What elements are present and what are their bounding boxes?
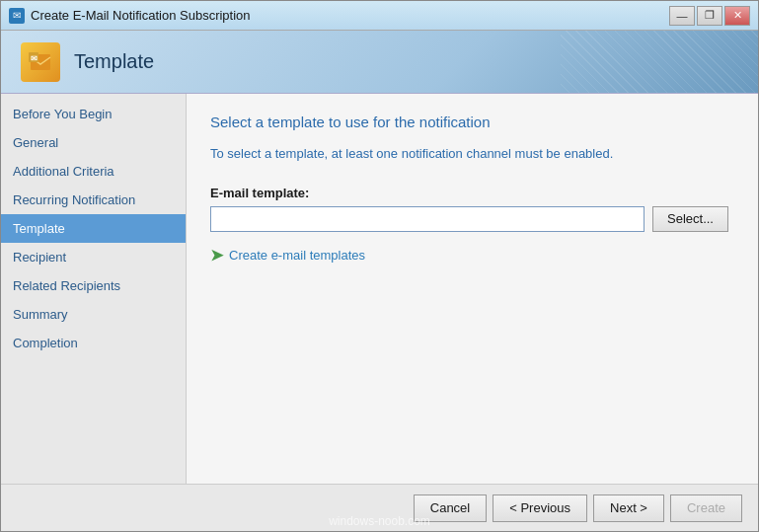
- window-title: Create E-Mail Notification Subscription: [31, 8, 251, 23]
- header-icon: ✉: [21, 42, 60, 82]
- email-template-field-row: Select...: [210, 206, 734, 232]
- sidebar-item-related-recipients[interactable]: Related Recipients: [1, 271, 186, 300]
- next-button[interactable]: Next >: [593, 494, 664, 522]
- footer: Cancel < Previous Next > Create: [1, 484, 758, 531]
- previous-button[interactable]: < Previous: [493, 494, 587, 522]
- sidebar-item-recurring-notification[interactable]: Recurring Notification: [1, 186, 186, 214]
- sidebar-item-completion[interactable]: Completion: [1, 329, 186, 357]
- close-button[interactable]: ✕: [724, 6, 750, 26]
- sidebar-item-general[interactable]: General: [1, 128, 186, 157]
- main-content: Select a template to use for the notific…: [187, 94, 758, 484]
- restore-button[interactable]: ❐: [697, 6, 722, 26]
- create-button[interactable]: Create: [670, 494, 742, 522]
- main-title: Select a template to use for the notific…: [210, 114, 734, 130]
- title-bar-left: ✉ Create E-Mail Notification Subscriptio…: [9, 8, 251, 24]
- create-link-arrow-icon: ➤: [210, 246, 223, 265]
- create-link-label: Create e-mail templates: [229, 248, 365, 263]
- title-bar: ✉ Create E-Mail Notification Subscriptio…: [1, 1, 758, 31]
- sidebar-item-before-you-begin[interactable]: Before You Begin: [1, 100, 186, 128]
- cancel-button[interactable]: Cancel: [414, 494, 487, 522]
- sidebar-item-summary[interactable]: Summary: [1, 300, 186, 329]
- title-bar-controls: — ❐ ✕: [669, 6, 750, 26]
- sidebar-item-recipient[interactable]: Recipient: [1, 243, 186, 271]
- sidebar-item-template[interactable]: Template: [1, 214, 186, 243]
- email-template-input[interactable]: [210, 206, 645, 232]
- create-email-templates-link[interactable]: ➤ Create e-mail templates: [210, 246, 734, 265]
- select-button[interactable]: Select...: [652, 206, 728, 232]
- body: Before You Begin General Additional Crit…: [1, 94, 758, 484]
- svg-text:✉: ✉: [31, 54, 38, 63]
- sidebar: Before You Begin General Additional Crit…: [1, 94, 187, 484]
- main-window: ✉ Create E-Mail Notification Subscriptio…: [0, 0, 759, 532]
- window-icon: ✉: [9, 8, 25, 24]
- sidebar-item-additional-criteria[interactable]: Additional Criteria: [1, 157, 186, 186]
- minimize-button[interactable]: —: [669, 6, 695, 26]
- email-template-label: E-mail template:: [210, 186, 734, 200]
- header-band: ✉ Template: [1, 31, 758, 94]
- header-title: Template: [74, 50, 154, 73]
- main-description: To select a template, at least one notif…: [210, 144, 734, 164]
